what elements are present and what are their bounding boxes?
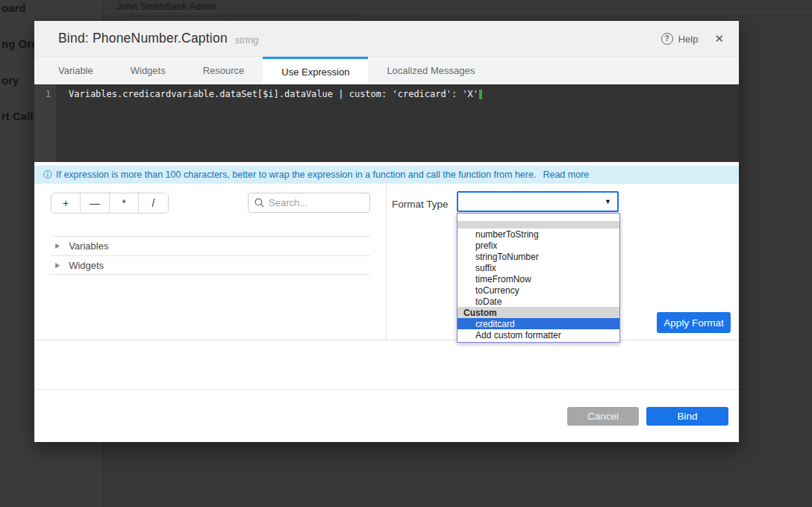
- code-line: Variables.credicardvariable.dataSet[$i].…: [69, 89, 478, 99]
- dropdown-option[interactable]: stringToNumber: [457, 251, 619, 262]
- divider: [34, 340, 739, 340]
- apply-format-button[interactable]: Apply Format: [657, 312, 731, 333]
- line-number: 1: [46, 89, 51, 99]
- title-type-badge: string: [235, 32, 259, 46]
- screen: oard ng Order ory rt Calls John SmithBan…: [0, 0, 812, 507]
- info-banner: ⓘ If expression is more than 100 charact…: [34, 166, 739, 184]
- dialog-body: + — * / ▶ Variables ▶ Widgets: [34, 184, 739, 340]
- chevron-right-icon: ▶: [55, 261, 60, 269]
- dropdown-option-creditcard[interactable]: creditcard: [457, 318, 619, 329]
- search-input[interactable]: [269, 197, 355, 208]
- format-type-label: Format Type: [392, 199, 449, 210]
- tree-item-label: Variables: [69, 240, 108, 252]
- dropdown-option-blank[interactable]: [457, 214, 619, 221]
- format-type-select[interactable]: ▼: [457, 191, 619, 212]
- divider: [34, 389, 739, 390]
- expression-editor[interactable]: 1 Variables.credicardvariable.dataSet[$i…: [34, 84, 739, 162]
- tab-localized-messages[interactable]: Localized Messages: [368, 57, 493, 84]
- search-field: [248, 193, 370, 213]
- close-icon[interactable]: ✕: [714, 32, 724, 46]
- tree-item-variables[interactable]: ▶ Variables: [51, 236, 370, 255]
- tab-variable[interactable]: Variable: [40, 57, 112, 84]
- help-label: Help: [678, 34, 699, 45]
- operator-multiply-button[interactable]: *: [110, 193, 139, 213]
- dropdown-option[interactable]: timeFromNow: [457, 273, 619, 284]
- tree-item-widgets[interactable]: ▶ Widgets: [51, 255, 370, 275]
- user-label: John SmithBank Admin: [116, 1, 216, 12]
- format-type-dropdown: numberToString prefix stringToNumber suf…: [457, 213, 620, 343]
- tree-item-label: Widgets: [69, 260, 104, 271]
- chevron-right-icon: ▶: [55, 242, 60, 249]
- background-divider: [104, 11, 812, 12]
- banner-text: If expression is more than 100 character…: [56, 169, 536, 180]
- dialog-header: Bind: PhoneNumber.Caption string ? Help …: [34, 21, 739, 57]
- code-area[interactable]: Variables.credicardvariable.dataSet[$i].…: [56, 84, 739, 162]
- tab-use-expression[interactable]: Use Expression: [263, 57, 368, 84]
- dropdown-group-custom: Custom: [457, 307, 619, 318]
- dropdown-option-blank[interactable]: [457, 221, 619, 228]
- expression-tree: ▶ Variables ▶ Widgets: [51, 236, 370, 275]
- dropdown-option[interactable]: toCurrency: [457, 284, 619, 296]
- text-cursor: [479, 90, 482, 99]
- sidebar-item: oard: [1, 1, 26, 14]
- operator-divide-button[interactable]: /: [139, 193, 168, 213]
- bind-button[interactable]: Bind: [646, 407, 728, 426]
- operator-group: + — * /: [51, 193, 169, 214]
- page-title: Bind: PhoneNumber.Caption: [58, 31, 228, 46]
- line-number-gutter: 1: [34, 84, 56, 162]
- dropdown-option[interactable]: prefix: [457, 240, 619, 251]
- read-more-link[interactable]: Read more: [543, 169, 589, 180]
- help-button[interactable]: ? Help: [661, 33, 699, 45]
- dropdown-option[interactable]: suffix: [457, 262, 619, 273]
- info-icon: ⓘ: [43, 170, 52, 179]
- dropdown-option-add-custom-formatter[interactable]: Add custom formatter: [457, 329, 619, 340]
- bind-dialog: Bind: PhoneNumber.Caption string ? Help …: [34, 21, 739, 442]
- chevron-down-icon: ▼: [605, 198, 611, 205]
- cancel-button[interactable]: Cancel: [567, 407, 639, 426]
- sidebar-item: ory: [1, 74, 19, 87]
- operator-minus-button[interactable]: —: [81, 193, 110, 213]
- tab-widgets[interactable]: Widgets: [112, 57, 184, 84]
- tab-bar: Variable Widgets Resource Use Expression…: [34, 57, 739, 84]
- search-icon: [254, 198, 264, 208]
- panel-divider: [386, 184, 387, 340]
- tab-resource[interactable]: Resource: [184, 57, 263, 84]
- dropdown-option[interactable]: toDate: [457, 296, 619, 307]
- operator-plus-button[interactable]: +: [51, 193, 81, 213]
- dropdown-option[interactable]: numberToString: [457, 228, 619, 240]
- help-icon: ?: [661, 33, 673, 45]
